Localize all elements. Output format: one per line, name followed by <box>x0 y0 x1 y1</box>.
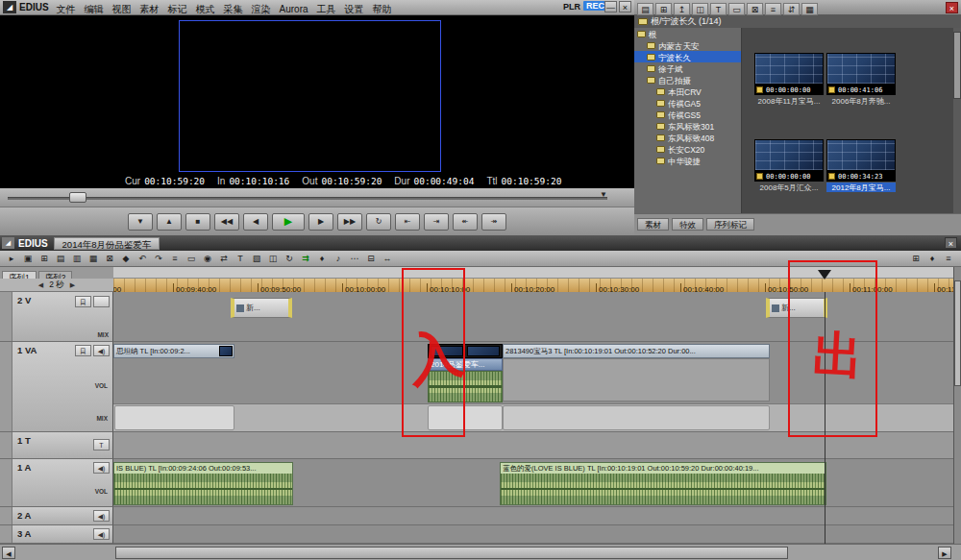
video-enable-button[interactable]: 目 <box>75 345 91 356</box>
audio-enable-button[interactable]: ◀) <box>93 345 110 356</box>
toolbar-icon[interactable]: ↥ <box>674 3 690 15</box>
track-header-1a[interactable]: 1 A ◀) VOL <box>0 459 113 507</box>
track-grip[interactable] <box>0 292 12 341</box>
audio-enable-button[interactable]: ◀) <box>93 528 110 540</box>
toolbar-icon[interactable]: T <box>710 3 727 15</box>
track-header-2v[interactable]: 2 V 目 MIX <box>0 292 113 342</box>
toolbar-icon[interactable]: ▦ <box>801 3 818 15</box>
loop-button[interactable]: ↻ <box>366 213 391 231</box>
toolbar-icon[interactable]: ⇄ <box>216 253 232 265</box>
title-track-button[interactable]: T <box>93 439 110 450</box>
toolbar-icon[interactable]: ⋯ <box>347 253 362 265</box>
mixer-band[interactable] <box>503 405 770 430</box>
2012年8月宝马...[interactable]: 00:00:34:23 2012年8月宝马... <box>826 139 896 192</box>
seek-bar[interactable]: ▼ <box>0 188 634 207</box>
menu-item[interactable]: 标记 <box>168 3 187 16</box>
toolbar-icon[interactable]: ◫ <box>692 3 708 15</box>
menu-item[interactable]: 渲染 <box>252 3 271 16</box>
scrollbar-thumb[interactable] <box>953 32 961 99</box>
toolbar-icon[interactable]: ↷ <box>151 253 166 265</box>
bin-tab[interactable]: 素材 <box>637 218 669 231</box>
track-grip[interactable] <box>0 525 12 543</box>
play-button[interactable]: ▶ <box>272 213 305 231</box>
video-clip[interactable]: 思坦纳 TL [In:00:09:2... <box>113 344 234 358</box>
mixer-band[interactable] <box>114 405 234 430</box>
menu-item[interactable]: 素材 <box>140 3 160 16</box>
timeline-hscrollbar[interactable]: ◀ ▶ <box>0 544 961 560</box>
bin-scrollbar[interactable] <box>953 28 961 213</box>
seek-handle[interactable] <box>69 192 86 203</box>
video-enable-button[interactable]: 目 <box>75 296 91 307</box>
menu-item[interactable]: 模式 <box>196 3 215 16</box>
minimize-button[interactable]: — <box>604 1 617 12</box>
tree-item[interactable]: 东风标致408 <box>634 132 741 143</box>
track-grip[interactable] <box>0 459 12 506</box>
bin-tab[interactable]: 特效 <box>672 218 703 231</box>
scroll-left-button[interactable]: ◀ <box>2 547 15 559</box>
menu-item[interactable]: 编辑 <box>85 3 104 16</box>
toolbar-icon[interactable]: ≡ <box>941 253 956 265</box>
toolbar-icon[interactable]: ♦ <box>314 253 330 265</box>
toolbar-icon[interactable]: ⊞ <box>37 253 52 265</box>
2006年8月奔驰...[interactable]: 00:00:41:06 2006年8月奔驰... <box>826 53 896 106</box>
timeline-vscrollbar[interactable] <box>953 267 961 544</box>
menu-item[interactable]: 设置 <box>345 3 364 16</box>
track-grip[interactable] <box>0 432 12 458</box>
toolbar-icon[interactable]: ▤ <box>637 3 653 15</box>
mark-out-button[interactable]: ▲ <box>157 213 182 231</box>
tree-item[interactable]: 本田CRV <box>634 85 741 97</box>
close-button[interactable]: × <box>619 1 631 12</box>
tree-item[interactable]: 自己拍摄 <box>634 74 741 85</box>
toolbar-icon[interactable]: T <box>233 253 248 265</box>
toolbar-icon[interactable]: ◫ <box>265 253 281 265</box>
bin-tab[interactable]: 序列标记 <box>706 218 754 231</box>
toolbar-icon[interactable]: ⊞ <box>655 3 672 15</box>
toolbar-icon[interactable]: ⊞ <box>908 253 924 265</box>
scroll-right-button[interactable]: ▶ <box>938 547 951 559</box>
toolbar-icon[interactable]: ♪ <box>331 253 346 265</box>
toolbar-icon[interactable]: ↶ <box>135 253 150 265</box>
track-lane-3a[interactable] <box>113 525 953 544</box>
mark-in-button[interactable]: ▼ <box>128 213 153 231</box>
scrollbar-thumb[interactable] <box>115 547 788 559</box>
zoom-in-button[interactable]: ▶ <box>70 281 75 289</box>
tree-item[interactable]: 传祺GS5 <box>634 109 741 120</box>
tree-item[interactable]: 徐子斌 <box>634 62 741 74</box>
audio-clip[interactable]: IS BLUE) TL [In:00:09:24:06 Out:00:09:53… <box>113 462 293 505</box>
goto-in-button[interactable]: ⇤ <box>395 213 420 231</box>
toolbar-icon[interactable]: ◉ <box>200 253 215 265</box>
tree-item[interactable]: 东风标致301 <box>634 120 741 132</box>
menu-item[interactable]: 工具 <box>317 3 336 16</box>
tree-item[interactable]: 内蒙古天安 <box>634 39 741 51</box>
track-header-1t[interactable]: 1 T T <box>0 432 113 459</box>
next-edit-button[interactable]: ↠ <box>481 213 506 231</box>
track-lane-2a[interactable] <box>113 507 953 525</box>
toolbar-icon[interactable]: ⇉ <box>298 253 313 265</box>
menu-item[interactable]: Aurora <box>280 4 308 14</box>
toolbar-icon[interactable]: ▣ <box>20 253 36 265</box>
tree-item[interactable]: 根 <box>634 28 741 39</box>
toolbar-icon[interactable]: ↻ <box>282 253 297 265</box>
toolbar-icon[interactable]: ▭ <box>184 253 199 265</box>
tree-item[interactable]: 宁波长久 <box>634 51 741 62</box>
rewind-button[interactable]: ◀◀ <box>214 213 239 231</box>
goto-out-button[interactable]: ⇥ <box>424 213 449 231</box>
track-header-3a[interactable]: 3 A ◀) <box>0 525 113 544</box>
toolbar-icon[interactable]: ⊠ <box>102 253 117 265</box>
track-option-button[interactable] <box>93 296 110 307</box>
toolbar-icon[interactable]: ♦ <box>924 253 940 265</box>
track-grip[interactable] <box>0 342 12 431</box>
close-button[interactable]: × <box>945 237 957 249</box>
toolbar-icon[interactable]: ▥ <box>69 253 85 265</box>
tree-item[interactable]: 传祺GA5 <box>634 97 741 109</box>
menu-item[interactable]: 帮助 <box>373 3 392 16</box>
plr-button[interactable]: PLR <box>563 2 580 12</box>
video-clip[interactable]: 2813490宝马3 TL [In:00:10:19:01 Out:00:10:… <box>503 344 770 358</box>
tree-item[interactable]: 中华骏捷 <box>634 155 741 166</box>
video-clip-body[interactable] <box>503 358 770 402</box>
scrollbar-thumb[interactable] <box>954 280 961 386</box>
tree-item[interactable]: 长安CX20 <box>634 143 741 155</box>
2008年11月宝马...[interactable]: 00:00:00:00 2008年11月宝马... <box>754 53 824 106</box>
toolbar-icon[interactable]: ▤ <box>53 253 68 265</box>
toolbar-icon[interactable]: ▸ <box>4 253 19 265</box>
